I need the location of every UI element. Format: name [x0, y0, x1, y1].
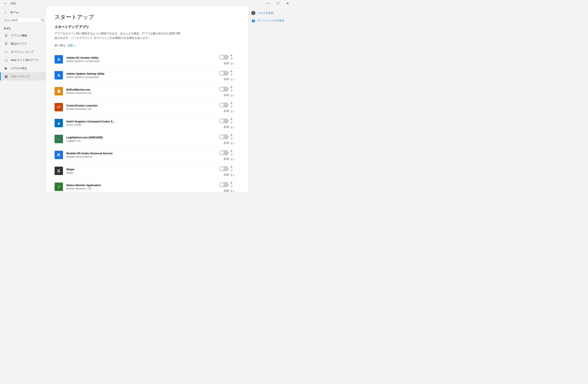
toggle-row: オフ	[219, 86, 234, 93]
search-input[interactable]	[4, 19, 39, 22]
app-name: Intel® Graphics Command Center S...	[66, 120, 218, 123]
sort-dropdown[interactable]: 名前 ⌄	[68, 44, 76, 47]
app-toggle-area: オフ 影響: なし	[218, 165, 235, 177]
offline-maps-label: オフライン マップ	[11, 50, 33, 54]
help-link[interactable]: ? ヘルプを表示	[251, 11, 291, 15]
app-toggle-area: オフ 影響: なし	[218, 133, 235, 145]
startup-icon: ▩	[4, 75, 8, 78]
feedback-link[interactable]: 👥 フィードバックの送信	[251, 19, 291, 23]
toggle-label: オフ	[230, 54, 234, 61]
app-name: ControlCenter Launcher	[66, 104, 218, 107]
toggle-controlcenter[interactable]	[219, 103, 229, 107]
close-button[interactable]: ✕	[283, 0, 292, 7]
video-label: ビデオの再生	[11, 66, 27, 70]
app-impact: 影響: なし	[218, 125, 235, 129]
app-icon-skype: S	[55, 167, 63, 175]
startup-label: スタートアップ	[11, 75, 30, 78]
toggle-knob	[220, 119, 224, 123]
home-label: ホーム	[10, 10, 19, 14]
default-apps-icon: ☰	[4, 42, 8, 46]
offline-maps-icon: ▭	[4, 50, 8, 54]
app-icon-adobe-updater: A	[55, 71, 63, 79]
toggle-adobe-updater[interactable]	[219, 71, 229, 76]
title-bar-left: ← 設定	[2, 0, 16, 7]
app-toggle-area: オフ 影響: なし	[218, 70, 235, 81]
toggle-row: オフ	[219, 165, 234, 172]
sidebar-item-apps-features[interactable]: ☰ アプリと機能	[0, 31, 46, 40]
app-info-adobe-updater: Adobe Updater Startup Utility Adobe Syst…	[66, 72, 218, 79]
app-info-brrss: BrRssWatcher.exe Brother Industries, Ltd…	[66, 88, 218, 95]
app-name: Adobe GC Invoker Utility	[66, 56, 218, 59]
app-toggle-area: オフ 影響: なし	[218, 54, 235, 65]
sidebar: ⌂ ホーム 🔍 アプリ ☰ アプリと機能 ☰ 既定のアプリ ▭ オフライン マッ…	[0, 7, 46, 192]
sidebar-item-home[interactable]: ⌂ ホーム	[0, 8, 46, 16]
toggle-knob	[220, 135, 224, 139]
back-button[interactable]: ←	[2, 0, 9, 7]
toggle-realtek[interactable]	[219, 151, 229, 155]
app-impact: 影響: なし	[218, 109, 235, 113]
sidebar-item-startup[interactable]: ▩ スタートアップ	[0, 72, 46, 80]
sidebar-item-default-apps[interactable]: ☰ 既定のアプリ	[0, 40, 46, 48]
toggle-label: オフ	[230, 117, 234, 125]
video-icon: ▶	[4, 66, 8, 70]
list-item: 🎮 LogiOptions.exe (UNICODE) Logitech, In…	[55, 131, 239, 147]
toggle-skype[interactable]	[219, 166, 229, 171]
help-panel: ? ヘルプを表示 👥 フィードバックの送信	[248, 7, 294, 192]
app-info-logi: LogiOptions.exe (UNICODE) Logitech, Inc.	[66, 136, 218, 142]
feedback-label: フィードバックの送信	[257, 19, 284, 22]
web-apps-label: Web サイト用のアプリ	[11, 58, 39, 62]
toggle-row: オフ	[219, 117, 234, 125]
help-label: ヘルプを表示	[257, 11, 273, 15]
default-apps-label: 既定のアプリ	[11, 42, 27, 46]
sort-value: 名前	[68, 44, 73, 47]
toggle-knob	[220, 71, 224, 75]
app-impact: 影響: なし	[218, 77, 235, 81]
app-impact: 影響: なし	[218, 62, 235, 65]
search-icon: 🔍	[41, 19, 44, 22]
apps-features-icon: ☰	[4, 34, 8, 38]
toggle-knob	[220, 55, 224, 59]
list-item: ✓ Status Monitor Application Brother Ind…	[55, 179, 239, 192]
toggle-knob	[220, 151, 224, 155]
app-publisher: Brother Industries, Ltd.	[66, 92, 218, 95]
app-icon-intel: ▲	[55, 119, 63, 127]
toggle-label: オフ	[230, 86, 234, 93]
toggle-brrss[interactable]	[219, 87, 229, 91]
web-apps-icon: ◻	[4, 58, 8, 62]
app-name: Skype	[66, 168, 218, 171]
toggle-label: オフ	[230, 70, 234, 77]
toggle-status-monitor[interactable]	[219, 182, 229, 187]
toggle-row: オフ	[219, 149, 234, 156]
app-name: Status Monitor Application	[66, 184, 218, 187]
toggle-row: オフ	[219, 181, 234, 188]
toggle-row: オフ	[219, 70, 234, 77]
sidebar-item-offline-maps[interactable]: ▭ オフライン マップ	[0, 48, 46, 56]
app-toggle-area: オフ 影響: なし	[218, 101, 235, 113]
toggle-logi[interactable]	[219, 134, 229, 139]
title-bar: ← 設定 — □ ✕	[0, 0, 294, 7]
search-box[interactable]: 🔍	[2, 18, 44, 23]
sidebar-item-web-apps[interactable]: ◻ Web サイト用のアプリ	[0, 56, 46, 64]
app-publisher: Adobe Systems, Incorporated	[66, 60, 218, 63]
help-icon: ?	[251, 11, 255, 15]
minimize-button[interactable]: —	[263, 0, 273, 7]
toggle-label: オフ	[230, 101, 234, 109]
list-item: ▲ Intel® Graphics Command Center S... IN…	[55, 115, 239, 131]
toggle-label: オフ	[230, 149, 234, 156]
sidebar-item-video[interactable]: ▶ ビデオの再生	[0, 64, 46, 72]
app-icon-controlcenter: CC	[55, 103, 63, 111]
window-title: 設定	[11, 2, 16, 5]
list-item: CC ControlCenter Launcher Brother Indust…	[55, 99, 239, 115]
title-bar-controls: — □ ✕	[263, 0, 292, 7]
toggle-row: オフ	[219, 54, 234, 61]
toggle-row: オフ	[219, 101, 234, 109]
toggle-intel[interactable]	[219, 119, 229, 123]
app-info-intel: Intel® Graphics Command Center S... INTE…	[66, 120, 218, 126]
toggle-adobe-gc[interactable]	[219, 55, 229, 59]
toggle-row: オフ	[219, 133, 234, 140]
app-name: Adobe Updater Startup Utility	[66, 72, 218, 75]
app-icon-realtek: R	[55, 151, 63, 159]
maximize-button[interactable]: □	[273, 0, 283, 7]
description: アプリをログイン時に開始するように構成できます。ほとんどの場合、アプリは最小化さ…	[55, 31, 180, 40]
app-info-controlcenter: ControlCenter Launcher Brother Industrie…	[66, 104, 218, 111]
